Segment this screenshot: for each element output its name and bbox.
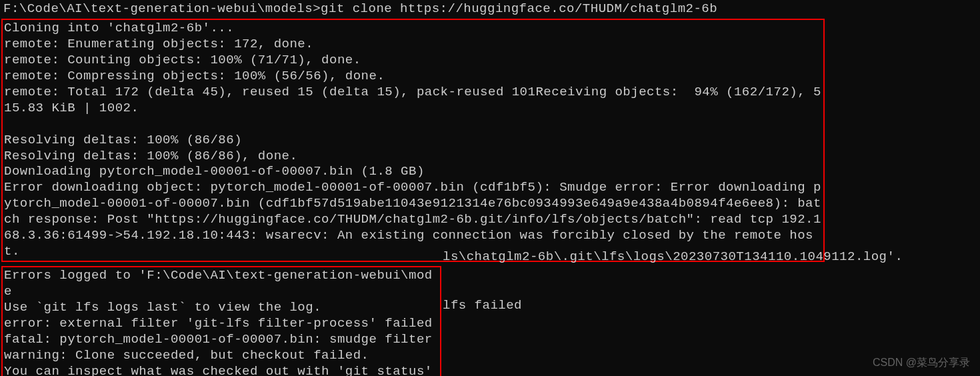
watermark-text: CSDN @菜鸟分享录: [873, 356, 970, 369]
command-prompt-line: F:\Code\AI\text-generation-webui\models>…: [1, 1, 979, 17]
overflow-text: lfs failed: [443, 298, 522, 314]
terminal-output: Use `git lfs logs last` to view the log.: [4, 300, 439, 316]
highlight-box-1: Cloning into 'chatglm2-6b'... remote: En…: [1, 19, 825, 262]
terminal-output: remote: Compressing objects: 100% (56/56…: [4, 69, 822, 85]
terminal-output: You can inspect what was checked out wit…: [4, 364, 439, 376]
terminal-output: remote: Total 172 (delta 45), reused 15 …: [4, 85, 822, 117]
overflow-text: ls\chatglm2-6b\.git\lfs\logs\20230730T13…: [443, 249, 903, 265]
terminal-output: fatal: pytorch_model-00001-of-00007.bin:…: [4, 332, 439, 348]
terminal-output: Errors logged to 'F:\Code\AI\text-genera…: [4, 268, 439, 300]
terminal-output: error: external filter 'git-lfs filter-p…: [4, 316, 439, 332]
terminal-output: remote: Counting objects: 100% (71/71), …: [4, 53, 822, 69]
terminal-output: Resolving deltas: 100% (86/86): [4, 133, 822, 149]
terminal-output: Cloning into 'chatglm2-6b'...: [4, 21, 822, 37]
blank-line: [4, 117, 822, 133]
terminal-output: warning: Clone succeeded, but checkout f…: [4, 348, 439, 364]
prompt-path: F:\Code\AI\text-generation-webui\models>: [3, 1, 321, 16]
highlight-box-2: Errors logged to 'F:\Code\AI\text-genera…: [1, 266, 441, 376]
terminal-output: Error downloading object: pytorch_model-…: [4, 180, 822, 260]
terminal-output: remote: Enumerating objects: 172, done.: [4, 37, 822, 53]
terminal-output: Resolving deltas: 100% (86/86), done.: [4, 149, 822, 165]
prompt-command: git clone https://huggingface.co/THUDM/c…: [321, 1, 717, 16]
terminal-output: Downloading pytorch_model-00001-of-00007…: [4, 164, 822, 180]
